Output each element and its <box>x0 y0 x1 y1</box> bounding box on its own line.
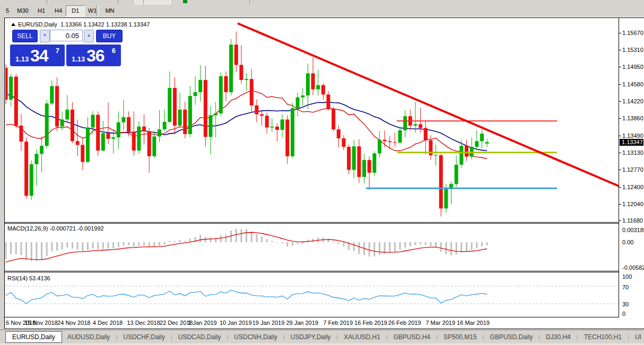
price-axis-label: 1.13490 <box>622 132 643 139</box>
macd-histogram-bar <box>389 242 390 253</box>
candle-body <box>265 116 269 127</box>
sell-price-button[interactable]: 1.13 34 7 <box>10 43 65 66</box>
rsi-label: RSI(14) 53.4136 <box>7 275 50 281</box>
macd-histogram-bar <box>481 242 483 246</box>
chart-tab-sp500-m15[interactable]: SP500,M15 <box>438 332 482 342</box>
macd-histogram-bar <box>118 242 119 247</box>
panel-separator[interactable] <box>5 271 643 271</box>
indicator-axis-label: 0.003185 <box>622 227 644 233</box>
macd-histogram-bar <box>5 242 7 259</box>
price-axis-label: 1.13130 <box>622 149 643 156</box>
tab-separator: | <box>386 334 388 340</box>
chart-tab-dj30-h4[interactable]: DJ30,H4 <box>541 332 576 342</box>
candle-body <box>178 110 182 126</box>
candle-body <box>96 115 100 151</box>
candle-body <box>459 146 463 165</box>
timeframe-button-h1[interactable]: H1 <box>32 5 51 16</box>
candle-body <box>76 141 80 145</box>
chart-tab-usdcad-daily[interactable]: USDCAD,Daily <box>173 332 227 342</box>
price-axis-label: 1.13860 <box>622 115 643 121</box>
chart-tab-usdcnh-daily[interactable]: USDCNH,Daily <box>229 332 282 342</box>
candle-body <box>121 117 125 122</box>
price-axis-label: 1.14580 <box>622 81 643 87</box>
timeframe-button-h4[interactable]: H4 <box>49 5 68 16</box>
candle-body <box>347 147 351 170</box>
macd-histogram-bar <box>425 242 427 245</box>
date-axis-label: 7 Feb 2019 <box>323 320 353 326</box>
chart-tab-gbpusd-h4[interactable]: GBPUSD,H4 <box>388 332 436 342</box>
timeframe-button-mn[interactable]: MN <box>100 5 120 16</box>
date-axis-label: 16 Mar 2019 <box>457 320 490 326</box>
macd-histogram-bar <box>399 242 401 250</box>
price-tick <box>619 101 621 102</box>
candle-body <box>270 127 274 128</box>
macd-histogram-bar <box>143 242 145 245</box>
indicator-axis-label: 0 <box>622 311 625 317</box>
macd-histogram-bar <box>77 242 79 250</box>
chart-tab-tech100-h1[interactable]: TECH100,H1 <box>579 332 627 342</box>
macd-histogram-bar <box>271 241 273 242</box>
macd-histogram-bar <box>62 242 63 250</box>
volume-increase-button[interactable]: ▲ <box>84 30 94 42</box>
macd-histogram-bar <box>133 242 135 246</box>
sell-price-prefix: 1.13 <box>15 55 29 63</box>
candle-body <box>234 45 238 65</box>
macd-histogram-bar <box>164 242 166 244</box>
macd-histogram-bar <box>466 242 467 252</box>
price-axis-label: 1.12400 <box>622 184 643 190</box>
chart-tab-gbpusd-daily[interactable]: GBPUSD,Daily <box>485 332 538 342</box>
macd-histogram-bar <box>266 239 268 242</box>
candle-body <box>255 105 258 114</box>
macd-histogram-bar <box>476 242 477 248</box>
chart-tab-eurusd-daily[interactable]: EURUSD,Daily <box>5 331 62 343</box>
candle-body <box>285 119 289 156</box>
timeframe-button-w1[interactable]: W1 <box>83 5 102 16</box>
volume-decrease-button[interactable]: ▼ <box>40 30 50 42</box>
timeframe-button-m30[interactable]: M30 <box>12 5 34 16</box>
macd-histogram-bar <box>456 242 457 254</box>
candle-body <box>219 76 223 113</box>
rsi-indicator-panel[interactable] <box>5 273 619 317</box>
time-axis[interactable]: 6 Nov 201815 Nov 201824 Nov 20184 Dec 20… <box>5 317 618 329</box>
macd-histogram-bar <box>174 241 176 242</box>
chart-tab-audusd-daily[interactable]: AUDUSD,Daily <box>62 332 116 342</box>
price-tick <box>619 153 621 153</box>
candle-body <box>127 117 130 132</box>
chart-tab-ui[interactable]: UI <box>630 332 644 342</box>
candle-body <box>357 146 361 177</box>
sell-button[interactable]: SELL <box>12 30 38 42</box>
candle-body <box>342 138 345 147</box>
macd-histogram-bar <box>46 242 48 256</box>
macd-histogram-bar <box>261 236 263 242</box>
candle-body <box>86 128 90 162</box>
candle-body <box>194 92 197 96</box>
candle-body <box>383 140 387 141</box>
macd-histogram-bar <box>410 242 411 246</box>
timeframe-button-d1[interactable]: D1 <box>66 5 85 16</box>
tab-separator: | <box>628 334 629 340</box>
candle-body <box>65 110 69 120</box>
volume-input[interactable] <box>50 30 83 41</box>
price-axis[interactable]: 1.13347 1.156701.153101.149501.145801.14… <box>619 18 644 329</box>
buy-price-button[interactable]: 1.13 36 6 <box>66 43 121 66</box>
candle-body <box>188 96 192 134</box>
chart-tab-usdchf-daily[interactable]: USDCHF,Daily <box>118 332 170 342</box>
macd-histogram-bar <box>286 242 288 247</box>
candle-body <box>311 73 315 89</box>
buy-button[interactable]: BUY <box>96 30 123 42</box>
date-axis-label: 29 Jan 2019 <box>286 320 318 326</box>
macd-histogram-bar <box>10 242 12 254</box>
date-axis-label: 4 Dec 2018 <box>93 320 123 326</box>
sell-price-main: 34 <box>30 46 48 66</box>
panel-separator[interactable] <box>5 222 643 223</box>
chart-tab-xauusd-h1[interactable]: XAUUSD,H1 <box>338 332 386 342</box>
tab-separator: | <box>171 334 172 340</box>
price-tick <box>619 187 621 188</box>
macd-histogram-bar <box>282 242 283 243</box>
candle-body <box>183 110 187 134</box>
macd-histogram-bar <box>404 242 406 247</box>
chart-tab-usdjpy-daily[interactable]: USDJPY,Daily <box>285 332 336 342</box>
macd-histogram-bar <box>92 242 94 248</box>
trading-terminal-window: 5M30H1H4D1W1MN EURUSD,Daily 1.13366 1.13… <box>0 0 644 345</box>
panel-separator <box>5 272 643 272</box>
